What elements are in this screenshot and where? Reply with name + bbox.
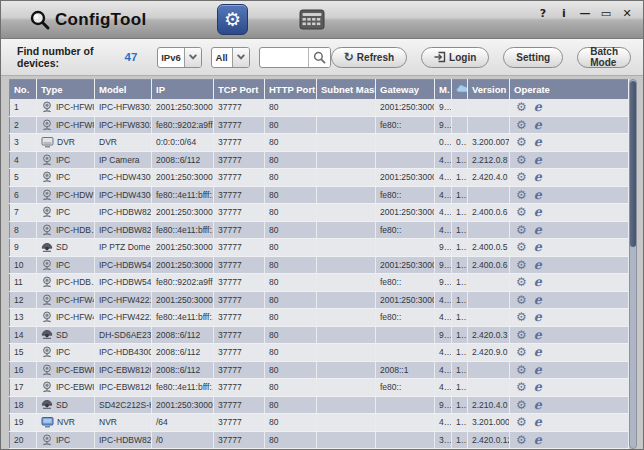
cell-ip: 2008::6/112 — [152, 326, 214, 344]
column-header-ip[interactable]: IP — [152, 80, 214, 99]
column-header-type[interactable]: Type — [37, 80, 95, 99]
operate-browser-e-icon[interactable]: e — [534, 206, 542, 219]
operate-gear-icon[interactable]: ⚙ — [516, 381, 527, 393]
cell-subnet-mask — [317, 239, 376, 257]
operate-browser-e-icon[interactable]: e — [534, 329, 542, 342]
device-row[interactable]: 2IPC-HFW8…IPC-HFW8301Efe80::9202:a9ff…37… — [10, 116, 629, 134]
cell-gateway: fe80:: — [376, 186, 435, 204]
device-row[interactable]: 3DVRDVR0:0:0::0/6437777800…0…3.200.007.0… — [10, 134, 629, 152]
scrollbar-thumb[interactable] — [630, 81, 636, 247]
cell-model: IPC-EBW81200 — [95, 379, 152, 397]
column-header-subnet-mask[interactable]: Subnet Mask — [317, 80, 376, 99]
operate-gear-icon[interactable]: ⚙ — [516, 224, 527, 236]
device-row[interactable]: 9SDIP PTZ Dome2001:250:3000:…37777809…1…… — [10, 239, 629, 257]
refresh-button[interactable]: ↻Refresh — [331, 47, 407, 68]
device-row[interactable]: 17IPC-EBW8…IPC-EBW81200fe80::4e11:bfff:…… — [10, 379, 629, 397]
operate-gear-icon[interactable]: ⚙ — [516, 364, 527, 376]
ip-version-select[interactable]: IPv6 — [157, 47, 201, 68]
maximize-button[interactable]: ▭ — [600, 7, 612, 20]
operate-browser-e-icon[interactable]: e — [534, 276, 542, 289]
ipc-camera-icon — [41, 364, 53, 376]
device-row[interactable]: 18SDSD42C212S-HN2001:250:3000:…37777809…… — [10, 396, 629, 414]
operate-gear-icon[interactable]: ⚙ — [516, 259, 527, 271]
operate-browser-e-icon[interactable]: e — [534, 241, 542, 254]
login-button[interactable]: Login — [421, 47, 489, 68]
operate-gear-icon[interactable]: ⚙ — [516, 276, 527, 288]
operate-gear-icon[interactable]: ⚙ — [516, 294, 527, 306]
operate-browser-e-icon[interactable]: e — [534, 154, 542, 167]
operate-gear-icon[interactable]: ⚙ — [516, 329, 527, 341]
operate-gear-icon[interactable]: ⚙ — [516, 119, 527, 131]
device-row[interactable]: 12IPC-HFW4…IPC-HFW4221E2001:250:3000:…37… — [10, 291, 629, 309]
device-row[interactable]: 10IPCIPC-HDBW542…2001:250:3000:…37777802… — [10, 256, 629, 274]
operate-gear-icon[interactable]: ⚙ — [516, 189, 527, 201]
operate-gear-icon[interactable]: ⚙ — [516, 154, 527, 166]
operate-browser-e-icon[interactable]: e — [534, 399, 542, 412]
operate-gear-icon[interactable]: ⚙ — [516, 101, 527, 113]
operate-browser-e-icon[interactable]: e — [534, 119, 542, 132]
tab-batch-upgrade[interactable] — [296, 4, 327, 35]
cell-ip: fe80::4e11:bfff:… — [152, 379, 214, 397]
column-header-sn[interactable] — [452, 80, 468, 99]
operate-browser-e-icon[interactable]: e — [534, 416, 542, 429]
operate-gear-icon[interactable]: ⚙ — [516, 346, 527, 358]
search-input[interactable] — [260, 48, 308, 67]
operate-browser-e-icon[interactable]: e — [534, 434, 542, 447]
device-row[interactable]: 13IPC-HFW4…IPC-HFW4221Efe80::4e11:bfff:…… — [10, 309, 629, 327]
device-row[interactable]: 15IPCIPC-HDB4300C…2008::6/11237777804…1…… — [10, 344, 629, 362]
setting-button[interactable]: Setting — [503, 47, 563, 68]
operate-browser-e-icon[interactable]: e — [534, 189, 542, 202]
window-controls: ?i—▭✕ — [537, 7, 633, 20]
column-header-m[interactable]: M. — [435, 80, 452, 99]
search-button[interactable] — [308, 48, 330, 67]
operate-gear-icon[interactable]: ⚙ — [516, 434, 527, 446]
device-row[interactable]: 7IPCIPC-HDBW828…2001:250:3000:…377778020… — [10, 204, 629, 222]
device-row[interactable]: 19NVRNVR/6437777804…1…3.201.000…⚙e — [10, 414, 629, 432]
device-row[interactable]: 1IPC-HFW8…IPC-HFW8301E2001:250:3000:…377… — [10, 99, 629, 117]
column-header-no[interactable]: No. — [10, 80, 37, 99]
operate-browser-e-icon[interactable]: e — [534, 346, 542, 359]
operate-browser-e-icon[interactable]: e — [534, 136, 542, 149]
cell-mac: 4… — [435, 344, 452, 362]
cell-ip: 2008::6/112 — [152, 344, 214, 362]
operate-gear-icon[interactable]: ⚙ — [516, 399, 527, 411]
device-row[interactable]: 5IPCIPC-HDW4300C2001:250:3000:…377778020… — [10, 169, 629, 187]
minimize-button[interactable]: — — [579, 7, 591, 20]
column-header-tcp-port[interactable]: TCP Port — [214, 80, 265, 99]
device-row[interactable]: 20IPCIPC-HDBW823…/037777803…1…2.420.0.12… — [10, 431, 629, 449]
device-row[interactable]: 11IPC-HDB…IPC-HDBW542…fe80::9202:a9ff…37… — [10, 274, 629, 292]
column-header-http-port[interactable]: HTTP Port — [265, 80, 317, 99]
operate-browser-e-icon[interactable]: e — [534, 294, 542, 307]
operate-browser-e-icon[interactable]: e — [534, 259, 542, 272]
cell-gateway — [376, 396, 435, 414]
close-button[interactable]: ✕ — [621, 7, 633, 20]
cell-mac: 4… — [435, 291, 452, 309]
device-row[interactable]: 8IPC-HDB…IPC-HDBW828…fe80::4e11:bfff:…37… — [10, 221, 629, 239]
column-header-model[interactable]: Model — [95, 80, 152, 99]
operate-gear-icon[interactable]: ⚙ — [516, 206, 527, 218]
info-button[interactable]: i — [558, 7, 570, 20]
column-header-gateway[interactable]: Gateway — [376, 80, 435, 99]
operate-gear-icon[interactable]: ⚙ — [516, 311, 527, 323]
operate-browser-e-icon[interactable]: e — [534, 171, 542, 184]
operate-browser-e-icon[interactable]: e — [534, 101, 542, 114]
device-row[interactable]: 6IPC-HDW…IPC-HDW4300Cfe80::4e11:bfff:…37… — [10, 186, 629, 204]
column-header-version[interactable]: Version — [468, 80, 510, 99]
operate-gear-icon[interactable]: ⚙ — [516, 241, 527, 253]
filter-select[interactable]: All — [211, 47, 250, 68]
operate-gear-icon[interactable]: ⚙ — [516, 416, 527, 428]
operate-gear-icon[interactable]: ⚙ — [516, 171, 527, 183]
help-button[interactable]: ? — [537, 7, 549, 20]
operate-browser-e-icon[interactable]: e — [534, 364, 542, 377]
tab-device-config[interactable]: ⚙ — [217, 4, 248, 35]
device-row[interactable]: 14SDDH-SD6AE230…2008::6/11237777809…1…2.… — [10, 326, 629, 344]
operate-gear-icon[interactable]: ⚙ — [516, 136, 527, 148]
column-header-operate[interactable]: Operate — [510, 80, 629, 99]
batch-mode-button[interactable]: Batch Mode — [577, 47, 631, 68]
device-row[interactable]: 4IPCIP Camera2008::6/11237777804…1…2.212… — [10, 151, 629, 169]
vertical-scrollbar[interactable] — [629, 79, 637, 449]
device-row[interactable]: 16IPC-EBW8…IPC-EBW812002008::6/112377778… — [10, 361, 629, 379]
operate-browser-e-icon[interactable]: e — [534, 381, 542, 394]
operate-browser-e-icon[interactable]: e — [534, 224, 542, 237]
operate-browser-e-icon[interactable]: e — [534, 311, 542, 324]
